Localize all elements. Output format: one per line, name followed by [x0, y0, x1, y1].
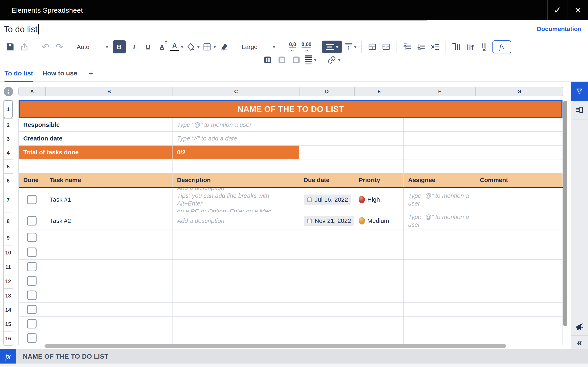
cell-F12[interactable] — [404, 274, 475, 288]
cell-E7[interactable]: High — [354, 188, 404, 212]
cell-G15[interactable] — [475, 317, 563, 331]
cell-C4[interactable]: 0/2 — [173, 146, 299, 159]
increase-decimal-button[interactable]: 0,00→ — [301, 41, 312, 53]
cell-A11[interactable] — [19, 260, 45, 274]
cell-A15[interactable] — [19, 317, 45, 331]
row-header-6[interactable]: 6 — [4, 173, 13, 188]
formula-button[interactable]: fx — [493, 40, 511, 53]
cell-A10[interactable] — [19, 245, 45, 260]
cell-D16[interactable] — [299, 331, 354, 345]
vertical-align-button[interactable]: ↑ ▾ — [345, 41, 356, 53]
cell-E4[interactable] — [354, 146, 404, 159]
insert-row-below-button[interactable] — [416, 41, 427, 53]
cell-F15[interactable] — [404, 317, 475, 331]
cell-B15[interactable] — [45, 317, 173, 331]
column-header-A[interactable]: A — [19, 87, 45, 96]
cell-E3[interactable] — [354, 132, 404, 146]
documentation-link[interactable]: Documentation — [537, 25, 581, 33]
cell-C7[interactable]: Add a descriptionTips: you can add line … — [173, 188, 299, 212]
row-header-12[interactable]: 12 — [4, 274, 13, 288]
cell-C13[interactable] — [173, 288, 299, 303]
font-size-dropdown[interactable]: Large ▾ — [240, 41, 277, 53]
cell-B7[interactable]: Task #1 — [45, 188, 173, 212]
task-checkbox[interactable] — [27, 276, 36, 286]
cell-C15[interactable] — [173, 317, 299, 331]
cell-C14[interactable] — [173, 303, 299, 317]
collapse-panel-button[interactable]: « — [571, 336, 588, 349]
cell-D2[interactable] — [299, 118, 354, 132]
task-checkbox[interactable] — [27, 233, 36, 242]
cell-G9[interactable] — [475, 230, 563, 245]
cell-E5[interactable] — [354, 159, 404, 173]
cell-A5[interactable] — [19, 159, 45, 173]
cell-D13[interactable] — [299, 288, 354, 303]
horizontal-align-button[interactable]: ▾ — [322, 41, 342, 53]
superscript-button[interactable]: A — [156, 41, 167, 53]
cell-style-filled-button[interactable] — [262, 54, 273, 66]
cell-C11[interactable] — [173, 260, 299, 274]
decrease-decimal-button[interactable]: 0,0← — [287, 41, 298, 53]
insert-column-left-button[interactable] — [451, 41, 462, 53]
cell-E14[interactable] — [354, 303, 404, 317]
select-all-button[interactable]: ▲ ▼ — [4, 87, 13, 96]
row-header-15[interactable]: 15 — [4, 317, 13, 331]
share-button[interactable] — [19, 41, 30, 53]
cell-E2[interactable] — [354, 118, 404, 132]
fill-color-button[interactable]: ▾ — [186, 41, 200, 53]
cell-F5[interactable] — [404, 159, 475, 173]
task-checkbox[interactable] — [27, 291, 36, 300]
cell-D15[interactable] — [299, 317, 354, 331]
borders-button[interactable]: ▾ — [203, 41, 216, 53]
cell-G14[interactable] — [475, 303, 563, 317]
task-checkbox[interactable] — [27, 333, 36, 343]
cell-D6[interactable]: Due date — [299, 173, 354, 188]
cell-style-rows-button[interactable] — [291, 54, 302, 66]
cell-D7[interactable]: Jul 16, 2022 — [299, 188, 354, 212]
cell-B9[interactable] — [45, 230, 173, 245]
cell-C2[interactable]: Type "@" to mention a user — [173, 118, 299, 132]
cell-G8[interactable] — [475, 212, 563, 230]
cell-D4[interactable] — [299, 146, 354, 159]
task-checkbox[interactable] — [27, 216, 36, 225]
cell-A3[interactable]: Creation date — [19, 132, 173, 146]
column-header-G[interactable]: G — [475, 87, 563, 96]
cell-E15[interactable] — [354, 317, 404, 331]
row-header-10[interactable]: 10 — [4, 245, 13, 260]
row-header-2[interactable]: 2 — [4, 118, 13, 132]
row-header-9[interactable]: 9 — [4, 230, 13, 245]
cell-C16[interactable] — [173, 331, 299, 345]
cell-B5[interactable] — [45, 159, 173, 173]
cell-E9[interactable] — [354, 230, 404, 245]
cell-G16[interactable] — [475, 331, 563, 345]
row-header-14[interactable]: 14 — [4, 303, 13, 317]
cell-B11[interactable] — [45, 260, 173, 274]
row-header-16[interactable]: 16 — [4, 331, 13, 345]
cell-A9[interactable] — [19, 230, 45, 245]
row-header-3[interactable]: 3 — [4, 132, 13, 146]
cell-F11[interactable] — [404, 260, 475, 274]
cell-A14[interactable] — [19, 303, 45, 317]
cell-B10[interactable] — [45, 245, 173, 260]
cell-D8[interactable]: Nov 21, 2022 — [299, 212, 354, 230]
cell-A12[interactable] — [19, 274, 45, 288]
cell-B6[interactable]: Task name — [45, 173, 173, 188]
column-header-B[interactable]: B — [45, 87, 173, 96]
confirm-button[interactable]: ✓ — [548, 0, 568, 20]
cell-G6[interactable]: Comment — [475, 173, 563, 188]
text-color-button[interactable]: A ▾ — [170, 41, 183, 53]
cell-G4[interactable] — [475, 146, 563, 159]
delete-column-button[interactable] — [479, 41, 490, 53]
formula-value[interactable]: NAME OF THE TO DO LIST — [23, 353, 108, 360]
row-header-4[interactable]: 4 — [4, 146, 13, 159]
row-header-5[interactable]: 5 — [4, 159, 13, 173]
cell-F4[interactable] — [404, 146, 475, 159]
underline-button[interactable]: U — [143, 41, 154, 53]
announcements-button[interactable] — [571, 319, 588, 335]
cell-E16[interactable] — [354, 331, 404, 345]
cell-B13[interactable] — [45, 288, 173, 303]
cell-C10[interactable] — [173, 245, 299, 260]
cell-A1[interactable]: NAME OF THE TO DO LIST — [19, 100, 563, 118]
filter-button[interactable] — [571, 82, 588, 101]
column-header-F[interactable]: F — [404, 87, 475, 96]
cell-C5[interactable] — [173, 159, 299, 173]
